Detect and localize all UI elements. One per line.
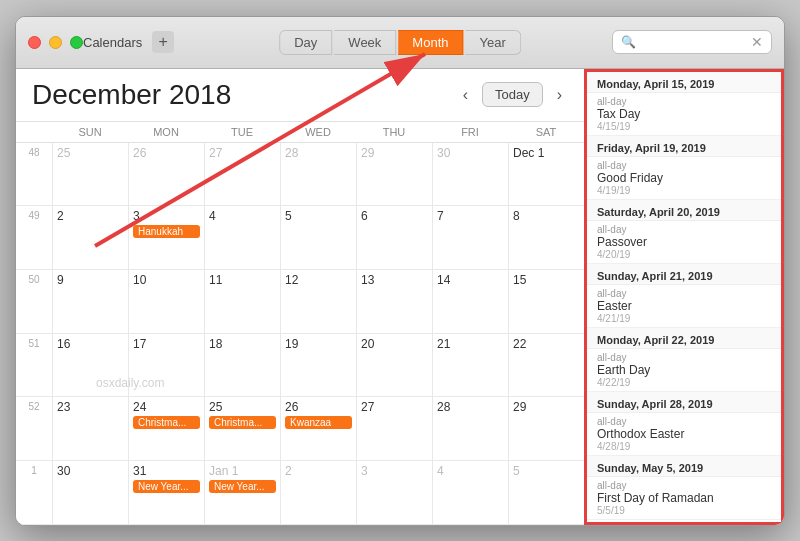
calendar-day[interactable]: 24 Christma... [128,397,204,460]
calendar-day[interactable]: 17 [128,334,204,397]
result-item[interactable]: all-day Tax Day 4/15/19 [587,93,781,136]
result-item[interactable]: all-day First Day of Ramadan 5/5/19 [587,477,781,520]
day-header-thu: Thu [356,122,432,142]
calendar-day[interactable]: 10 [128,270,204,333]
calendar-day[interactable]: 15 [508,270,584,333]
calendar-day[interactable]: 28 [280,143,356,206]
search-icon: 🔍 [621,35,636,49]
calendar-week: 50 9 10 11 12 13 14 15 [16,270,584,334]
result-date-header: Monday, April 22, 2019 [587,328,781,349]
calendar-day[interactable]: 5 [508,461,584,524]
result-datestr: 4/15/19 [597,121,771,132]
calendars-button[interactable]: Calendars [83,35,142,50]
event-christmas-eve[interactable]: Christma... [133,416,200,429]
search-input[interactable] [640,35,751,50]
calendar-day[interactable]: 23 [52,397,128,460]
view-day-button[interactable]: Day [279,30,332,55]
result-allday: all-day [597,416,771,427]
calendar-day[interactable]: 27 [356,397,432,460]
event-hanukkah[interactable]: Hanukkah [133,225,200,238]
result-event-name: First Day of Ramadan [597,491,771,505]
calendar-day[interactable]: 9 [52,270,128,333]
calendar-day[interactable]: 26 Kwanzaa [280,397,356,460]
close-button[interactable] [28,36,41,49]
calendar-week: 1 30 31 New Year... Jan 1 New Year... 2 [16,461,584,525]
maximize-button[interactable] [70,36,83,49]
result-group: Saturday, April 20, 2019 all-day Passove… [587,200,781,264]
result-item[interactable]: all-day Good Friday 4/19/19 [587,157,781,200]
view-month-button[interactable]: Month [398,30,463,55]
calendar-day[interactable]: 26 [128,143,204,206]
prev-month-button[interactable]: ‹ [457,84,474,106]
calendar-day[interactable]: Jan 1 New Year... [204,461,280,524]
view-week-button[interactable]: Week [334,30,396,55]
calendar-day[interactable]: 30 [52,461,128,524]
calendar-day[interactable]: 29 [508,397,584,460]
result-item[interactable]: all-day Earth Day 4/22/19 [587,349,781,392]
result-datestr: 4/22/19 [597,377,771,388]
event-new-years-eve[interactable]: New Year... [133,480,200,493]
calendar-day[interactable]: 25 Christma... [204,397,280,460]
day-header-wed: Wed [280,122,356,142]
event-christmas[interactable]: Christma... [209,416,276,429]
calendar-day[interactable]: 21 [432,334,508,397]
calendar-day[interactable]: 12 [280,270,356,333]
day-header-tue: Tue [204,122,280,142]
result-group: Monday, April 15, 2019 all-day Tax Day 4… [587,72,781,136]
view-year-button[interactable]: Year [465,30,520,55]
result-datestr: 4/19/19 [597,185,771,196]
calendar-day[interactable]: 3 [356,461,432,524]
result-item[interactable]: all-day Cinco de Mayo 5/5/19 [587,520,781,525]
calendar-day[interactable]: 2 [52,206,128,269]
event-kwanzaa[interactable]: Kwanzaa [285,416,352,429]
calendar-day[interactable]: 3 Hanukkah [128,206,204,269]
calendar-day[interactable]: 29 [356,143,432,206]
result-allday: all-day [597,352,771,363]
calendar-day[interactable]: 18 [204,334,280,397]
clear-search-icon[interactable]: ✕ [751,34,763,50]
result-group: Sunday, April 21, 2019 all-day Easter 4/… [587,264,781,328]
calendar-day[interactable]: 25 [52,143,128,206]
result-allday: all-day [597,480,771,491]
calendar-day[interactable]: 22 [508,334,584,397]
result-group: Sunday, May 5, 2019 all-day First Day of… [587,456,781,525]
calendar-day[interactable]: 13 [356,270,432,333]
calendar-day[interactable]: 4 [204,206,280,269]
result-date-header: Sunday, May 5, 2019 [587,456,781,477]
calendar-day[interactable]: 2 [280,461,356,524]
calendar-day[interactable]: 14 [432,270,508,333]
calendar-day[interactable]: Dec 1 [508,143,584,206]
event-new-years-day[interactable]: New Year... [209,480,276,493]
next-month-button[interactable]: › [551,84,568,106]
result-date-header: Friday, April 19, 2019 [587,136,781,157]
day-header-sat: Sat [508,122,584,142]
calendar-day[interactable]: 28 [432,397,508,460]
calendars-label: Calendars [83,35,142,50]
result-item[interactable]: all-day Orthodox Easter 4/28/19 [587,413,781,456]
search-results-panel: Monday, April 15, 2019 all-day Tax Day 4… [584,69,784,525]
calendar-day[interactable]: 11 [204,270,280,333]
week-num-header-empty [16,122,52,142]
week-number: 52 [16,397,52,460]
calendar-day[interactable]: 31 New Year... [128,461,204,524]
calendar-day[interactable]: 5 [280,206,356,269]
calendar-day[interactable]: 30 [432,143,508,206]
add-calendar-button[interactable]: + [152,31,174,53]
result-event-name: Tax Day [597,107,771,121]
result-date-header: Saturday, April 20, 2019 [587,200,781,221]
minimize-button[interactable] [49,36,62,49]
result-event-name: Passover [597,235,771,249]
calendar-day[interactable]: 20 [356,334,432,397]
result-item[interactable]: all-day Easter 4/21/19 [587,285,781,328]
calendar-day[interactable]: 6 [356,206,432,269]
calendar-day[interactable]: 19 [280,334,356,397]
calendar-day[interactable]: 27 [204,143,280,206]
result-item[interactable]: all-day Passover 4/20/19 [587,221,781,264]
calendar-day[interactable]: 7 [432,206,508,269]
result-datestr: 4/21/19 [597,313,771,324]
calendar-day[interactable]: 4 [432,461,508,524]
today-button[interactable]: Today [482,82,543,107]
calendar-day[interactable]: 16 [52,334,128,397]
result-datestr: 4/28/19 [597,441,771,452]
calendar-day[interactable]: 8 [508,206,584,269]
